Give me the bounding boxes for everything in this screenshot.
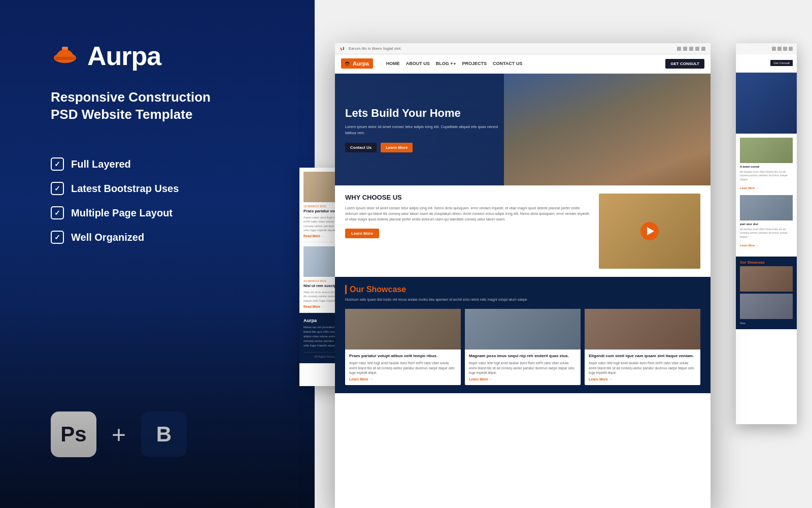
topbar-text: Earum illo in libero fugiat sint. xyxy=(349,46,402,51)
why-section: WHY CHOOSE US Lorem ipsum dolor sit amet… xyxy=(335,185,710,277)
check-icon-4 xyxy=(51,231,64,244)
social-tw xyxy=(683,47,687,51)
card-body-1: Praes pariatur volupt atibus velit tempo… xyxy=(345,350,461,386)
hero-content: Lets Build Your Home Lorem ipsum dolor s… xyxy=(345,107,507,152)
right-hero xyxy=(736,73,797,134)
orange-accent xyxy=(345,285,347,294)
nav-projects[interactable]: PROJECTS xyxy=(462,61,487,66)
card-title-2: Magnam poss imus sequi rep reh enderit q… xyxy=(469,354,577,359)
feature-item-1: Full Layered xyxy=(51,157,179,171)
nav-consult-button[interactable]: Get Consult xyxy=(665,59,704,69)
hero-title: Lets Build Your Home xyxy=(345,107,507,120)
r-social-1 xyxy=(772,47,776,51)
right-panel: 📢 Earum illo in libero fugiat sint. ⛑ Au… xyxy=(284,0,812,508)
social-fb xyxy=(677,47,681,51)
card-body-3: Eligendi cum simil ique nam ipsam sint i… xyxy=(585,350,700,386)
feature-label-1: Full Layered xyxy=(71,158,131,170)
right-topbar xyxy=(736,43,797,54)
right-showcase: Our Showcase Now xyxy=(736,257,797,329)
card-link-1[interactable]: Learn More → xyxy=(349,377,457,381)
why-title: WHY CHOOSE US xyxy=(345,194,591,201)
tagline-line2: PSD Website Template xyxy=(51,106,211,123)
nav-blog[interactable]: BLOG + xyxy=(436,61,456,66)
right-card-img-2 xyxy=(740,195,793,220)
why-text: WHY CHOOSE US Lorem ipsum dolor sit amet… xyxy=(345,194,591,269)
card-text-3: Asper natur nihil fugit amet laudan tium… xyxy=(589,361,696,375)
check-icon-2 xyxy=(51,182,64,195)
card-link-3[interactable]: Learn More → xyxy=(589,377,696,381)
showcase-title: Our Showcase xyxy=(350,285,406,294)
learn-more-button[interactable]: Learn More xyxy=(381,143,413,152)
feature-label-3: Multiple Page Layout xyxy=(71,207,173,219)
photoshop-icon: Ps xyxy=(51,411,96,457)
right-card-text-2: art laudan tiumi Rem bland itiis sit ad … xyxy=(740,228,793,239)
right-card-title-1: it amet conse xyxy=(740,165,793,169)
feature-item-2: Latest Bootstrap Uses xyxy=(51,182,179,195)
card-text-2: Asper natur nihil fugit amet laudan tium… xyxy=(469,361,577,375)
hero-subtitle: Lorem ipsum dolor sit amet consec tetur … xyxy=(345,124,507,136)
card-image-1 xyxy=(345,309,461,350)
logo-text: Aurpa xyxy=(87,41,161,71)
right-card-title-2: pari atur duc xyxy=(740,223,793,227)
bootstrap-icon: B xyxy=(141,411,187,457)
feature-label-4: Well Organized xyxy=(71,232,144,243)
contact-us-button[interactable]: Contact Us xyxy=(345,143,377,152)
nav-logo-text: Aurpa xyxy=(353,60,369,67)
check-icon-3 xyxy=(51,206,64,219)
right-showcase-img-2 xyxy=(740,294,793,319)
right-nav: Get Consult xyxy=(736,54,797,73)
preview-topbar: 📢 Earum illo in libero fugiat sint. xyxy=(335,43,710,54)
play-button[interactable] xyxy=(640,222,659,240)
why-body: Lorem ipsum dolor sit amet consec tetur … xyxy=(345,205,591,223)
right-consult-button[interactable]: Get Consult xyxy=(770,60,793,66)
main-preview: 📢 Earum illo in libero fugiat sint. ⛑ Au… xyxy=(335,43,710,508)
showcase-section: Our Showcase Nostrum odio quasi dist inc… xyxy=(335,277,710,393)
right-section: it amet conse art laudan tiumi Rem bland… xyxy=(736,134,797,257)
right-card-link-1[interactable]: Learn More → xyxy=(740,186,759,189)
why-image xyxy=(599,194,700,269)
r-social-2 xyxy=(777,47,782,51)
card-image-3 xyxy=(585,309,700,350)
card-link-2[interactable]: Learn More → xyxy=(469,377,577,381)
social-pi xyxy=(701,47,705,51)
nav-contact[interactable]: CONTACT US xyxy=(493,61,522,66)
right-card-img-1 xyxy=(740,138,793,163)
left-panel: Aurpa Responsive Construction PSD Websit… xyxy=(0,0,315,508)
card-body-2: Magnam poss imus sequi rep reh enderit q… xyxy=(465,350,581,386)
nav-about[interactable]: ABOUT US xyxy=(406,61,430,66)
worker-silhouette xyxy=(504,74,710,185)
social-icons-top xyxy=(677,47,705,51)
ps-letter: Ps xyxy=(60,422,86,447)
play-triangle xyxy=(647,227,654,235)
nav-logo[interactable]: ⛑ Aurpa xyxy=(341,58,373,69)
r-social-3 xyxy=(783,47,787,51)
showcase-card-1: Praes pariatur volupt atibus velit tempo… xyxy=(345,309,461,386)
why-learn-button[interactable]: Learn More xyxy=(345,229,379,238)
feature-item-3: Multiple Page Layout xyxy=(51,206,179,219)
card-title-3: Eligendi cum simil ique nam ipsam sint i… xyxy=(589,354,696,359)
svg-rect-2 xyxy=(55,57,75,60)
tagline-line1: Responsive Construction xyxy=(51,89,211,106)
nav-home[interactable]: HOME xyxy=(386,61,400,66)
right-card-2: pari atur duc art laudan tiumi Rem bland… xyxy=(740,195,793,248)
preview-nav: ⛑ Aurpa HOME ABOUT US BLOG + PROJECTS CO… xyxy=(335,54,710,74)
hero-image xyxy=(504,74,710,185)
brand-logo: Aurpa xyxy=(51,41,161,71)
hero-buttons: Contact Us Learn More xyxy=(345,143,507,152)
showcase-grid: Praes pariatur volupt atibus velit tempo… xyxy=(345,309,700,386)
nav-links: HOME ABOUT US BLOG + PROJECTS CONTACT US xyxy=(386,61,523,66)
right-showcase-img-1 xyxy=(740,266,793,292)
features-list: Full Layered Latest Bootstrap Uses Multi… xyxy=(51,157,179,255)
showcase-title-bar: Our Showcase xyxy=(345,285,700,294)
right-preview: Get Consult it amet conse art laudan tiu… xyxy=(736,43,797,424)
right-card-text-1: art laudan tiumi Rem bland itiis sit ad … xyxy=(740,170,793,182)
feature-label-2: Latest Bootstrap Uses xyxy=(71,183,179,195)
card-image-2 xyxy=(465,309,581,350)
right-card-1: it amet conse art laudan tiumi Rem bland… xyxy=(740,138,793,191)
b-letter: B xyxy=(156,422,172,447)
right-card-link-2[interactable]: Learn More → xyxy=(740,244,759,247)
plus-sign: + xyxy=(112,421,126,449)
hero-section: Lets Build Your Home Lorem ipsum dolor s… xyxy=(335,74,710,185)
showcase-card-2: Magnam poss imus sequi rep reh enderit q… xyxy=(465,309,581,386)
tech-icons: Ps + B xyxy=(51,411,187,457)
